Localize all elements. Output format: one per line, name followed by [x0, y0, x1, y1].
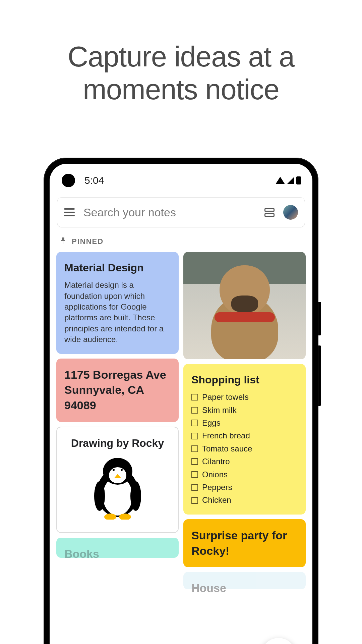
svg-point-7: [94, 481, 105, 511]
checkbox-icon[interactable]: [191, 458, 198, 465]
checklist-item[interactable]: Tomato sauce: [191, 443, 298, 454]
pin-icon: [60, 237, 66, 246]
note-title: Shopping list: [191, 373, 298, 387]
note-books[interactable]: Books: [56, 538, 179, 558]
checkbox-icon[interactable]: [191, 497, 198, 504]
note-surprise-party[interactable]: Surprise party for Rocky!: [183, 519, 306, 568]
note-title: Books: [64, 546, 171, 562]
account-avatar[interactable]: [283, 205, 298, 220]
pinned-section-label: PINNED: [72, 237, 104, 246]
checklist-item[interactable]: Chicken: [191, 495, 298, 505]
checklist-item-label: Cilantro: [202, 456, 230, 467]
note-title: Surprise party for Rocky!: [191, 528, 298, 559]
note-title: Material Design: [64, 261, 171, 275]
checklist-item[interactable]: Peppers: [191, 482, 298, 493]
checklist-item[interactable]: Eggs: [191, 418, 298, 428]
create-note-fab[interactable]: [261, 638, 296, 644]
wifi-icon: [276, 177, 285, 184]
promo-headline: Capture ideas at a moments notice: [0, 0, 362, 106]
note-material-design[interactable]: Material Design Material design is a fou…: [56, 252, 179, 354]
phone-side-button: [318, 345, 321, 406]
checklist-item-label: Eggs: [202, 418, 221, 428]
svg-point-5: [121, 469, 123, 471]
checkbox-icon[interactable]: [191, 445, 198, 452]
checklist-item-label: French bread: [202, 430, 250, 441]
checklist-item-label: Chicken: [202, 495, 231, 505]
note-drawing[interactable]: Drawing by Rocky: [56, 427, 179, 533]
status-icons: [276, 176, 301, 184]
search-input[interactable]: Search your notes: [83, 206, 256, 219]
status-time: 5:04: [84, 175, 104, 186]
checkbox-icon[interactable]: [191, 433, 198, 439]
notes-column-left: Material Design Material design is a fou…: [56, 252, 179, 589]
checkbox-icon[interactable]: [191, 394, 198, 400]
notes-grid: Material Design Material design is a fou…: [50, 252, 312, 589]
checklist-item[interactable]: Skim milk: [191, 405, 298, 416]
camera-hole: [62, 174, 75, 187]
checklist-item[interactable]: Onions: [191, 469, 298, 480]
dog-photo: [183, 252, 306, 359]
checklist-item-label: Onions: [202, 469, 228, 480]
note-title: Drawing by Rocky: [65, 436, 170, 450]
note-dog-photo[interactable]: [183, 252, 306, 359]
note-body: Material design is a foundation upon whi…: [64, 280, 171, 345]
pinned-section-header: PINNED: [50, 227, 312, 252]
checklist-item-label: Tomato sauce: [202, 443, 252, 454]
phone-mockup-frame: 5:04 Search your notes PINNED Material D…: [44, 158, 318, 644]
note-title: House: [191, 581, 298, 596]
drawing-image: [65, 452, 170, 524]
cellular-icon: [287, 177, 294, 184]
checklist-item[interactable]: Paper towels: [191, 392, 298, 402]
battery-icon: [296, 176, 301, 184]
checklist-item-label: Skim milk: [202, 405, 237, 416]
checklist-item[interactable]: Cilantro: [191, 456, 298, 467]
notes-column-right: Shopping list Paper towelsSkim milkEggsF…: [183, 252, 306, 589]
note-house[interactable]: House: [183, 572, 306, 589]
checkbox-icon[interactable]: [191, 484, 198, 491]
status-bar: 5:04: [50, 164, 312, 197]
checkbox-icon[interactable]: [191, 471, 198, 478]
search-bar[interactable]: Search your notes: [57, 197, 305, 227]
note-address[interactable]: 1175 Borregas Ave Sunnyvale, CA 94089: [56, 359, 179, 422]
note-shopping-list[interactable]: Shopping list Paper towelsSkim milkEggsF…: [183, 364, 306, 515]
checkbox-icon[interactable]: [191, 407, 198, 414]
svg-point-8: [130, 481, 141, 511]
phone-side-button: [318, 302, 321, 335]
phone-screen: 5:04 Search your notes PINNED Material D…: [50, 164, 312, 644]
view-toggle-icon[interactable]: [264, 208, 275, 217]
svg-point-4: [113, 469, 115, 471]
note-title: 1175 Borregas Ave Sunnyvale, CA 94089: [64, 367, 171, 414]
checklist-item-label: Paper towels: [202, 392, 249, 402]
checklist-item[interactable]: French bread: [191, 430, 298, 441]
checkbox-icon[interactable]: [191, 420, 198, 426]
checklist: Paper towelsSkim milkEggsFrench breadTom…: [191, 392, 298, 506]
checklist-item-label: Peppers: [202, 482, 232, 493]
hamburger-menu-icon[interactable]: [64, 208, 75, 216]
